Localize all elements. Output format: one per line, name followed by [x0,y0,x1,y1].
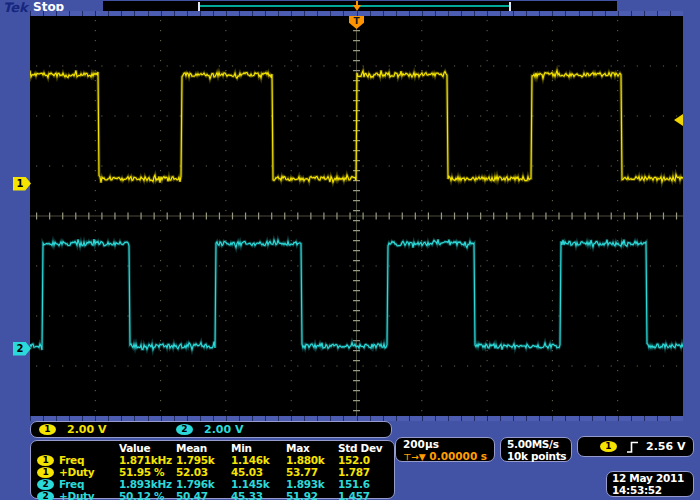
ch1-scale-readout: 2.00 V [67,423,106,436]
measurements-table: Value Mean Min Max Std Dev 1 Freq 1.871k… [30,440,395,499]
ch2-badge: 2 [37,479,54,490]
trigger-source-badge: 1 [600,441,617,452]
waveform-plot [30,16,683,416]
trigger-level-marker [674,114,683,126]
time-readout: 14:53:52 [612,484,662,496]
tek-logo: Tek [3,0,28,15]
ch2-badge[interactable]: 2 [176,424,193,435]
acquisition-settings-box[interactable]: 5.00MS/s 10k points [500,437,572,462]
rising-edge-icon [626,440,639,454]
record-window-left-bracket [198,2,200,11]
col-header-value: Value [119,442,150,454]
ch1-marker: 1 [13,177,31,191]
table-row: 2 +Duty 50.12 % 50.47 45.33 51.92 1.457 [31,490,394,500]
horizontal-settings-box[interactable]: 200µs ⊤→▼ 0.00000 s [395,437,495,462]
table-row: 1 Freq 1.871kHz 1.795k 1.146k 1.880k 152… [31,454,394,466]
graticule: T 1 2 [30,16,683,416]
table-row: 2 Freq 1.893kHz 1.796k 1.145k 1.893k 151… [31,478,394,490]
datetime-box: 12 May 2011 14:53:52 [606,471,694,497]
trigger-settings-box[interactable]: 1 2.56 V [577,436,694,457]
ch2-scale-readout: 2.00 V [204,423,243,436]
col-header-min: Min [231,442,252,454]
col-header-max: Max [286,442,309,454]
ch1-badge: 1 [37,455,54,466]
channel-scale-readouts[interactable]: 1 2.00 V 2 2.00 V [30,421,392,438]
col-header-mean: Mean [176,442,207,454]
table-row: 1 +Duty 51.95 % 52.03 45.03 53.77 1.787 [31,466,394,478]
record-window-right-bracket [509,2,511,11]
timebase-readout: 200µs [403,438,439,450]
col-header-stddev: Std Dev [338,442,382,454]
ch2-badge: 2 [37,491,54,500]
horizontal-delay-readout: 0.00000 s [429,450,487,462]
date-readout: 12 May 2011 [612,472,684,484]
trigger-level-readout: 2.56 V [646,440,685,453]
oscilloscope-screen: Tek Stop T 1 2 1 2.00 V 2 2.00 V [0,0,700,500]
ch1-badge: 1 [37,467,54,478]
ch2-marker: 2 [13,342,31,356]
trigger-position-icon: ⊤→▼ [403,452,426,462]
trigger-flag-label: T [353,16,359,26]
ch1-badge[interactable]: 1 [39,424,56,435]
record-length-readout: 10k points [507,450,566,462]
sample-rate-readout: 5.00MS/s [507,438,559,450]
measurements-header-row: Value Mean Min Max Std Dev [31,442,394,454]
